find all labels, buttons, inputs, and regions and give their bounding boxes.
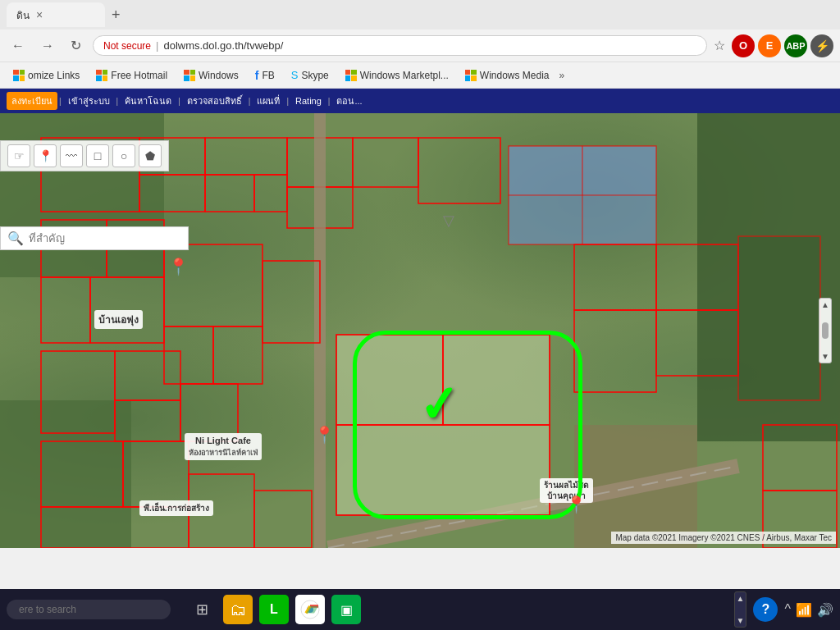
scroll-down[interactable]: ▼ <box>821 352 829 361</box>
thai-nav-rights[interactable]: ตรวจสอบสิทธิ์ <box>182 92 247 110</box>
action-btn-3[interactable]: ABP <box>784 34 807 57</box>
thai-nav-ton[interactable]: ตอน... <box>331 92 367 110</box>
wifi-icon[interactable]: 📶 <box>796 602 812 618</box>
hand-tool-btn[interactable]: ☞ <box>7 144 30 167</box>
thai-nav-bar: ลงทะเบียน | เข้าสู่ระบบ | ค้นหาโฉนด | ตร… <box>0 89 840 113</box>
search-input[interactable] <box>29 232 160 244</box>
zoom-scroll: ▲ ▼ <box>819 298 832 363</box>
taskbar-pinned-apps: ⊞ 🗂 L ▣ <box>187 595 361 624</box>
thai-nav-rating[interactable]: Rating <box>290 94 326 107</box>
bookmark-fb[interactable]: f FB <box>249 67 281 84</box>
map-container[interactable]: 🔍 ☞ 📍 〰 □ ○ ⬟ ✓ 📍 📍 📍 📍 📍 📍 ▽ บ้านเอฟุง … <box>0 113 840 548</box>
new-tab-btn[interactable]: + <box>105 7 127 24</box>
svg-rect-43 <box>738 236 820 400</box>
bookmark-omize[interactable]: omize Links <box>7 68 86 83</box>
file-explorer-icon: 🗂 <box>230 600 246 619</box>
scroll-thumb <box>822 322 829 339</box>
bookmarks-bar: omize Links Free Hotmail Windows f FB S … <box>0 62 840 89</box>
taskbar: ⊞ 🗂 L ▣ ▲ ▼ ? ^ 📶 <box>0 589 840 630</box>
active-tab[interactable]: ดิน × <box>7 2 105 27</box>
location-pin-7: ▽ <box>443 212 454 230</box>
bookmark-skype[interactable]: S Skype <box>285 67 336 83</box>
forward-btn[interactable]: → <box>36 35 59 57</box>
taskbar-greenapp-btn[interactable]: ▣ <box>331 595 361 624</box>
browser-chrome: ดิน × + ← → ↻ Not secure | dolwms.dol.go… <box>0 0 840 113</box>
search-icon: 🔍 <box>7 231 24 246</box>
tray-scroll-up[interactable]: ▲ <box>737 594 745 603</box>
facebook-icon: f <box>255 69 259 82</box>
search-bar: 🔍 <box>0 226 189 250</box>
thai-nav-search[interactable]: ค้นหาโฉนด <box>120 92 176 110</box>
line-icon: L <box>270 602 278 617</box>
rectangle-tool-btn[interactable]: □ <box>86 144 109 167</box>
svg-rect-19 <box>582 146 656 195</box>
polyline-tool-btn[interactable]: 〰 <box>60 144 83 167</box>
action-btn-2[interactable]: E <box>758 34 781 57</box>
pin-tool-btn[interactable]: 📍 <box>34 144 57 167</box>
map-parcels-svg <box>0 113 840 548</box>
address-separator: | <box>156 39 158 52</box>
svg-rect-21 <box>582 195 656 244</box>
skype-icon: S <box>291 69 299 81</box>
volume-icon[interactable]: 🔊 <box>817 602 833 618</box>
taskbar-line-btn[interactable]: L <box>259 595 289 624</box>
bookmark-star[interactable]: ☆ <box>714 38 725 53</box>
chrome-icon <box>300 600 320 619</box>
label-nilightcafe: Ni Light Cafeห้องอาหารนิไลท์คาเฟ่ <box>185 433 262 460</box>
action-btn-4[interactable]: ⚡ <box>810 34 833 57</box>
bookmark-marketplace[interactable]: Windows Marketpl... <box>339 68 455 83</box>
green-app-icon: ▣ <box>340 602 353 618</box>
thai-nav-register[interactable]: ลงทะเบียน <box>7 92 57 110</box>
map-attribution: Map data ©2021 Imagery ©2021 CNES / Airb… <box>611 532 836 544</box>
location-pin-2: 📍 <box>314 425 335 445</box>
bookmark-windows[interactable]: Windows <box>177 68 245 83</box>
thai-nav-login[interactable]: เข้าสู่ระบบ <box>63 92 115 110</box>
scroll-up[interactable]: ▲ <box>821 300 829 309</box>
location-pin-3: 📍 <box>566 495 587 514</box>
windows-media-label: Windows Media <box>480 70 550 81</box>
taskbar-fileexplorer-btn[interactable]: 🗂 <box>223 595 253 624</box>
back-btn[interactable]: ← <box>7 35 30 57</box>
location-pin-1: 📍 <box>168 257 189 276</box>
thai-nav-map[interactable]: แผนที่ <box>252 92 285 110</box>
system-icons: ^ 📶 🔊 <box>784 602 833 618</box>
taskbar-scroll[interactable]: ▲ ▼ <box>734 591 747 628</box>
action-btn-1[interactable]: O <box>732 34 755 57</box>
refresh-btn[interactable]: ↻ <box>66 34 86 57</box>
help-icon: ? <box>762 602 770 617</box>
security-indicator: Not secure <box>103 40 151 52</box>
svg-rect-18 <box>509 146 582 195</box>
tray-scroll-down[interactable]: ▼ <box>737 616 745 625</box>
address-field[interactable]: Not secure | dolwms.dol.go.th/tvwebp/ <box>93 35 707 56</box>
label-construction: พี.เอ็น.การก่อสร้าง <box>139 500 213 516</box>
tab-title: ดิน <box>16 7 30 23</box>
bookmark-media[interactable]: Windows Media <box>459 68 556 83</box>
svg-rect-20 <box>509 195 582 244</box>
tab-close-btn[interactable]: × <box>36 8 43 21</box>
taskbar-search-input[interactable] <box>7 600 171 619</box>
tab-bar: ดิน × + <box>0 0 840 30</box>
caret-up-icon[interactable]: ^ <box>784 602 791 617</box>
taskbar-chrome-btn[interactable] <box>295 595 325 624</box>
browser-actions: O E ABP ⚡ <box>732 34 833 57</box>
taskbar-system-tray: ▲ ▼ ? ^ 📶 🔊 <box>734 591 833 628</box>
map-toolbar: ☞ 📍 〰 □ ○ ⬟ <box>0 140 169 171</box>
circle-tool-btn[interactable]: ○ <box>112 144 135 167</box>
bookmark-hotmail[interactable]: Free Hotmail <box>89 68 174 83</box>
address-text: dolwms.dol.go.th/tvwebp/ <box>163 39 283 52</box>
svg-rect-3 <box>0 400 131 548</box>
label-baanefung: บ้านเอฟุง <box>94 310 143 329</box>
more-bookmarks[interactable]: » <box>559 70 565 81</box>
address-bar: ← → ↻ Not secure | dolwms.dol.go.th/tvwe… <box>0 30 840 62</box>
taskbar-taskview-btn[interactable]: ⊞ <box>187 595 217 624</box>
polygon-tool-btn[interactable]: ⬟ <box>139 144 162 167</box>
help-button[interactable]: ? <box>753 597 778 622</box>
